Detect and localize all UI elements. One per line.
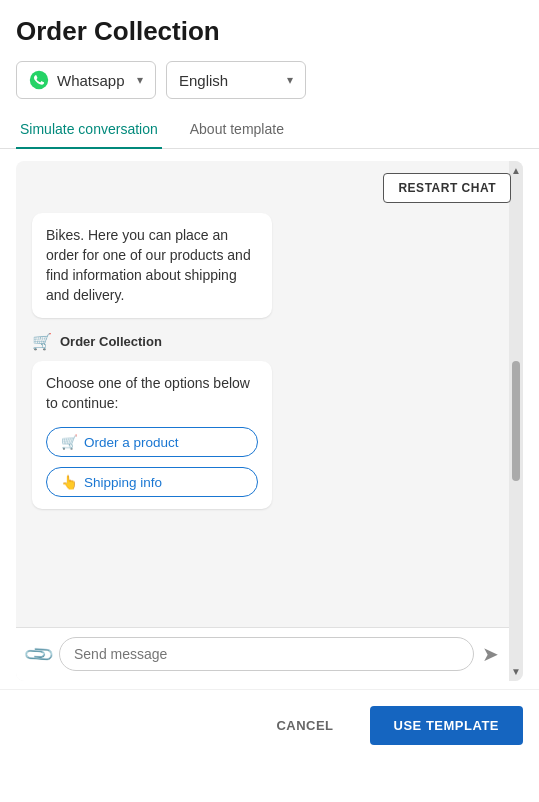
language-label: English — [179, 72, 279, 89]
message-group-2: 🛒 Order Collection Choose one of the opt… — [32, 332, 483, 510]
attach-icon[interactable]: 📎 — [21, 637, 56, 672]
chevron-down-icon: ▾ — [137, 73, 143, 87]
language-dropdown[interactable]: English ▾ — [166, 61, 306, 99]
platform-dropdown[interactable]: Whatsapp ▾ — [16, 61, 156, 99]
message-input[interactable] — [59, 637, 474, 671]
tab-about[interactable]: About template — [186, 111, 288, 149]
scroll-down-arrow[interactable]: ▼ — [511, 666, 521, 677]
option-shipping-info[interactable]: 👆 Shipping info — [46, 467, 258, 497]
cancel-button[interactable]: CANCEL — [260, 708, 349, 743]
scroll-thumb[interactable] — [512, 361, 520, 481]
send-icon[interactable]: ➤ — [482, 642, 499, 666]
bot-sender: 🛒 Order Collection — [32, 332, 483, 351]
input-bar: 📎 ➤ — [16, 627, 509, 681]
tabs-row: Simulate conversation About template — [0, 111, 539, 149]
page-header: Order Collection Whatsapp ▾ English ▾ — [0, 0, 539, 111]
chevron-down-icon-lang: ▾ — [287, 73, 293, 87]
page-title: Order Collection — [16, 16, 523, 47]
platform-label: Whatsapp — [57, 72, 129, 89]
use-template-button[interactable]: USE TEMPLATE — [370, 706, 523, 745]
whatsapp-icon — [29, 70, 49, 90]
shipping-info-label: Shipping info — [84, 475, 162, 490]
restart-chat-button[interactable]: RESTART CHAT — [383, 173, 511, 203]
messages-container: Bikes. Here you can place an order for o… — [16, 161, 523, 621]
option-order-product[interactable]: 🛒 Order a product — [46, 427, 258, 457]
order-product-emoji: 🛒 — [61, 434, 78, 450]
order-product-label: Order a product — [84, 435, 179, 450]
scroll-up-arrow[interactable]: ▲ — [511, 165, 521, 176]
tab-simulate[interactable]: Simulate conversation — [16, 111, 162, 149]
svg-point-0 — [30, 71, 48, 89]
chat-area: RESTART CHAT ▲ ▼ Bikes. Here you can pla… — [16, 161, 523, 681]
scroll-track: ▲ ▼ — [509, 161, 523, 681]
bot-sender-icon: 🛒 — [32, 332, 52, 351]
dropdowns-row: Whatsapp ▾ English ▾ — [16, 61, 523, 99]
bot-sender-name: Order Collection — [60, 334, 162, 349]
footer-buttons: CANCEL USE TEMPLATE — [0, 689, 539, 761]
shipping-info-emoji: 👆 — [61, 474, 78, 490]
message-bubble-1: Bikes. Here you can place an order for o… — [32, 213, 272, 318]
message-bubble-2: Choose one of the options below to conti… — [32, 361, 272, 510]
